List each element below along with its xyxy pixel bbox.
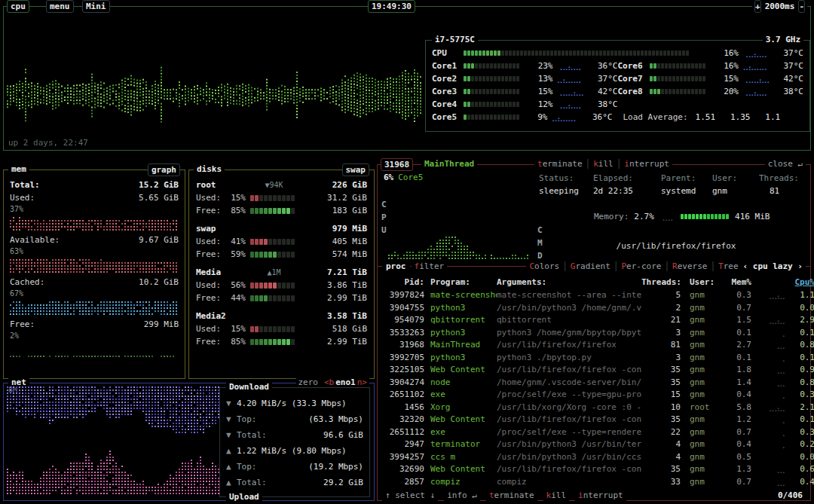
process-program: exe [430, 426, 497, 439]
process-threads: 35 [641, 414, 681, 426]
process-user: gnm [690, 426, 726, 439]
process-row[interactable]: 3225105Web Content/usr/lib/firefox/firef… [382, 364, 806, 377]
sort-selector[interactable]: ‹ cpu lazy › [743, 261, 803, 272]
process-user: gnm [690, 377, 726, 389]
status-label: Status: [539, 173, 593, 183]
process-row[interactable]: 3904755python3/usr/bin/python3 /home/gnm… [382, 302, 806, 315]
interval-decrease-button[interactable]: - [798, 0, 805, 13]
process-row[interactable]: 1456Xorg/usr/lib/xorg/Xorg -core :0 -10r… [382, 402, 806, 414]
core-temp-graph: ⢀⣀⣀⣄⣀ [553, 85, 588, 98]
zero-button[interactable]: zero [298, 377, 319, 388]
option-tree-button[interactable]: Tree [718, 261, 739, 271]
disk-free-row: Free:85%183 GiB [196, 204, 367, 217]
process-program: ccs m [430, 451, 497, 464]
option-per-core-button[interactable]: Per-core [621, 261, 661, 271]
interface-selector[interactable]: <beno1n> [324, 377, 367, 388]
process-threads: 2 [641, 302, 681, 315]
menu-button[interactable]: menu [46, 0, 74, 13]
process-pid: 2651112 [382, 426, 424, 439]
swap-toggle-button[interactable]: swap [342, 163, 370, 176]
terminate-button[interactable]: terminate [537, 159, 583, 169]
tab-proc[interactable]: proc [382, 261, 410, 272]
upload-total-value: 29.2 GiB [323, 475, 363, 490]
process-row[interactable]: 3992705python3python3 ./bpytop.py3gnm0.1… [382, 352, 806, 365]
mem-stat-list: Used:5.65 GiB37%Available:9.67 GiB63%Cac… [10, 191, 179, 358]
process-row[interactable]: 3904274node/home/gnm/.vscode-server/bin/… [382, 377, 806, 389]
graph-mode-button[interactable]: graph [148, 163, 180, 176]
process-row[interactable]: 2651112exe/proc/self/exe --type=rendere2… [382, 426, 806, 439]
option-reverse-button[interactable]: Reverse [672, 261, 707, 271]
elapsed-label: Elapsed: [593, 173, 661, 183]
interrupt-button[interactable]: interrupt [624, 159, 669, 169]
download-total-row: ▼Total:96.6 GiB [226, 427, 363, 443]
process-cpu-graph: ⢀ [751, 414, 785, 426]
core-meter [464, 76, 529, 81]
kill-footer-button[interactable]: kill [543, 490, 570, 501]
process-count: 0/406 [775, 490, 806, 500]
interval-increase-button[interactable]: + [754, 0, 761, 13]
process-mem: 0.7 [726, 476, 751, 489]
cpu-model: i7-5775C [432, 35, 478, 45]
process-cpu-graph: ⣀⣠⣀ [751, 402, 785, 414]
column-header-program[interactable]: Program: [430, 276, 497, 289]
process-command: /usr/lib/firefox/firefox [549, 241, 803, 251]
proc-option-bar: Colors│Gradient│Per-core│Reverse│Tree ‹ … [526, 261, 806, 272]
mem-total-row: Total: 15.2 GiB [10, 179, 179, 191]
kill-button[interactable]: kill [593, 159, 614, 169]
process-row[interactable]: 954079qbittorrentqbittorrent21gnm1.5⣀⣠⣀2… [382, 314, 806, 327]
column-header-arguments[interactable]: Arguments: [497, 276, 641, 289]
process-row[interactable]: 32320Web Content/usr/lib/firefox/firefox… [382, 414, 806, 426]
process-row[interactable]: 3994257ccs m/usr/bin/python3 /usr/bin/cc… [382, 451, 806, 464]
process-cpu-graph: ⢀⣀ [751, 377, 785, 389]
core-percent: 16% [715, 60, 739, 72]
process-row[interactable]: 3997824mate-screenshomate-screenshot --a… [382, 289, 806, 302]
process-mem: 2.7 [726, 339, 751, 352]
select-control[interactable]: ↑ select ↓ [382, 490, 438, 501]
column-header-cpu[interactable]: Cpu% [785, 276, 814, 289]
process-mem: 0.3 [726, 289, 751, 302]
prev-interface-key[interactable]: <b [324, 377, 334, 387]
column-header-threads[interactable]: Threads: [641, 276, 681, 289]
interrupt-footer-button[interactable]: interrupt [575, 490, 626, 501]
filter-button[interactable]: filter [412, 261, 448, 272]
process-arguments: mate-screenshot --area --inte [497, 289, 641, 302]
terminate-footer-button[interactable]: terminate [486, 490, 537, 501]
process-cpu: 1.1 [785, 289, 814, 302]
column-header-user[interactable]: User: [690, 276, 726, 289]
cpu-box-title[interactable]: cpu [7, 0, 29, 13]
parent-label: Parent: [661, 173, 712, 183]
process-mem: 0.7 [726, 426, 751, 439]
disk-used-row: Used:41%405 MiB [196, 235, 367, 248]
disk-stat-value: 3.86 TiB [323, 279, 367, 292]
process-row[interactable]: 2651102exe/proc/self/exe --type=gpu-pro1… [382, 389, 806, 402]
option-colors-button[interactable]: Colors [529, 261, 559, 271]
mem-stat-label: Used: [10, 191, 35, 204]
disk-stat-label: Used: [196, 279, 223, 292]
upload-speed-row: ▲1.22 MiB/s (9.80 Mbps) [226, 443, 363, 459]
load-average-values: 1.51 1.35 1.1 [696, 111, 781, 124]
next-interface-key[interactable]: n> [357, 377, 367, 387]
process-row[interactable]: 2947terminator/usr/bin/python3 /usr/bin/… [382, 438, 806, 451]
mini-mode-toggle[interactable]: Mini [82, 0, 110, 13]
close-button[interactable]: close ↵ [765, 159, 806, 170]
process-row[interactable]: 3533263python3python3 /home/gnm/bpytop/b… [382, 327, 806, 340]
process-cpu: 0.8 [785, 377, 814, 389]
process-cpu: 0.1 [785, 414, 814, 426]
process-row[interactable]: 31968MainThread/usr/lib/firefox/firefox8… [382, 339, 806, 352]
process-row[interactable]: 32690Web Content/usr/lib/firefox/firefox… [382, 463, 806, 476]
process-cpu-graph [751, 302, 785, 315]
disk-stat-value: 2.99 TiB [323, 292, 367, 304]
core-meter [464, 89, 529, 94]
core-stats: Core616%⣀⣄⣀⣀⡀37°C [618, 60, 804, 72]
process-mem: 0.5 [726, 451, 751, 464]
process-row[interactable]: 2857compizcompiz33gnm0.7⢀⣀0.4 [382, 476, 806, 489]
column-header-pid[interactable]: Pid: [382, 276, 424, 289]
column-header-mem[interactable]: Mem% [726, 276, 751, 289]
disk-stat-percent: 85% [223, 335, 246, 348]
process-user: gnm [690, 339, 726, 352]
process-mem: 1.4 [726, 377, 751, 389]
process-threads: 33 [641, 476, 681, 489]
option-gradient-button[interactable]: Gradient [571, 261, 610, 271]
download-total-value: 96.6 GiB [323, 427, 363, 443]
info-button[interactable]: info ↵ [444, 490, 480, 501]
